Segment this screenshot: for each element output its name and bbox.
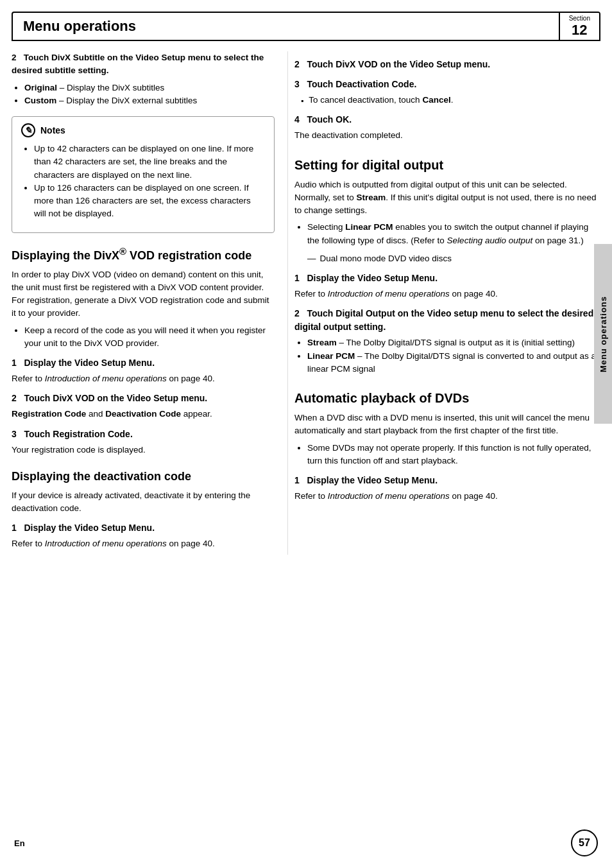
digital-output-bullets: Selecting Linear PCM enables you to swit… xyxy=(307,221,600,247)
page-footer: En 57 xyxy=(0,829,612,856)
divx-vod-bullet: Keep a record of the code as you will ne… xyxy=(24,324,275,351)
linear-pcm-bullet2: Linear PCM – The Dolby Digital/DTS signa… xyxy=(307,350,600,376)
divx-vod-bullet-list: Keep a record of the code as you will ne… xyxy=(24,324,275,351)
notes-icon: ✎ xyxy=(21,123,35,137)
deactivation-heading: Displaying the deactivation code xyxy=(12,468,275,485)
digital-step1-heading: 1 Display the Video Setup Menu. xyxy=(294,272,600,285)
right-step3-heading: 3 Touch Deactivation Code. xyxy=(294,78,600,91)
page-title: Menu operations xyxy=(13,13,559,40)
note-item-2: Up to 126 characters can be displayed on… xyxy=(34,182,265,221)
footer-lang: En xyxy=(14,838,25,848)
divx-step1-heading: 1 Display the Video Setup Menu. xyxy=(12,356,275,370)
left-column: 2 Touch DivX Subtitle on the Video Setup… xyxy=(12,51,287,555)
step2-subtitle-section: 2 Touch DivX Subtitle on the Video Setup… xyxy=(12,51,275,107)
auto-playback-section: Automatic playback of DVDs When a DVD di… xyxy=(294,388,600,503)
auto-step1-heading: 1 Display the Video Setup Menu. xyxy=(294,474,600,487)
right-step4-text: The deactivation completed. xyxy=(294,129,600,142)
notes-list: Up to 42 characters can be displayed on … xyxy=(34,143,265,221)
footer-page-number: 57 xyxy=(571,829,598,856)
divx-vod-intro: In order to play DivX VOD (video on dema… xyxy=(12,268,275,320)
main-content: 2 Touch DivX Subtitle on the Video Setup… xyxy=(12,41,600,565)
subtitle-bullets: Original – Display the DivX subtitles Cu… xyxy=(24,82,275,108)
divx-step2-text: Registration Code and Deactivation Code … xyxy=(12,408,275,421)
divx-step3-text: Your registration code is displayed. xyxy=(12,444,275,456)
notes-box: ✎ Notes Up to 42 characters can be displ… xyxy=(12,116,275,233)
deactivation-step1-text: Refer to Introduction of menu operations… xyxy=(12,537,275,550)
sidebar-tab: Menu operations xyxy=(594,244,612,424)
divx-vod-section: Displaying the DivX® VOD registration co… xyxy=(12,245,275,456)
right-step2-heading: 2 Touch DivX VOD on the Video Setup menu… xyxy=(294,58,600,71)
deactivation-intro: If your device is already activated, dea… xyxy=(12,489,275,516)
auto-playback-heading: Automatic playback of DVDs xyxy=(294,388,600,408)
divx-step3-heading: 3 Touch Registration Code. xyxy=(12,428,275,441)
right-step4-heading: 4 Touch OK. xyxy=(294,113,600,126)
notes-title: ✎ Notes xyxy=(21,123,265,137)
right-divx-vod-step2: 2 Touch DivX VOD on the Video Setup menu… xyxy=(294,58,600,71)
divx-vod-heading: Displaying the DivX® VOD registration co… xyxy=(12,245,275,265)
deactivation-section: Displaying the deactivation code If your… xyxy=(12,468,275,551)
divx-step2-heading: 2 Touch DivX VOD on the Video Setup menu… xyxy=(12,392,275,405)
right-column: 2 Touch DivX VOD on the Video Setup menu… xyxy=(287,51,600,555)
step3-bullet: To cancel deactivation, touch Cancel. xyxy=(301,94,600,107)
note-item-1: Up to 42 characters can be displayed on … xyxy=(34,143,265,182)
right-step4-section: 4 Touch OK. The deactivation completed. xyxy=(294,113,600,142)
digital-step1-text: Refer to Introduction of menu operations… xyxy=(294,288,600,300)
auto-playback-bullets: Some DVDs may not operate properly. If t… xyxy=(307,442,600,468)
digital-output-heading: Setting for digital output xyxy=(294,155,600,175)
digital-output-intro: Audio which is outputted from digital ou… xyxy=(294,178,600,218)
right-step3-section: 3 Touch Deactivation Code. To cancel dea… xyxy=(294,78,600,107)
step2-subtitle-heading: 2 Touch DivX Subtitle on the Video Setup… xyxy=(12,51,275,78)
auto-step1-text: Refer to Introduction of menu operations… xyxy=(294,490,600,503)
auto-playback-intro: When a DVD disc with a DVD menu is inser… xyxy=(294,412,600,438)
page-header: Menu operations Section 12 xyxy=(12,12,600,41)
section-badge: Section 12 xyxy=(559,13,599,40)
dash-dual-mono: Dual mono mode DVD video discs xyxy=(307,252,600,265)
divx-step1-text: Refer to Introduction of menu operations… xyxy=(12,372,275,385)
digital-output-section: Setting for digital output Audio which i… xyxy=(294,155,600,376)
digital-step2-bullets: Stream – The Dolby Digital/DTS signal is… xyxy=(307,336,600,376)
auto-playback-bullet: Some DVDs may not operate properly. If t… xyxy=(307,442,600,468)
deactivation-step1-heading: 1 Display the Video Setup Menu. xyxy=(12,521,275,535)
linear-pcm-bullet: Selecting Linear PCM enables you to swit… xyxy=(307,221,600,247)
digital-step2-heading: 2 Touch Digital Output on the Video setu… xyxy=(294,307,600,334)
stream-bullet: Stream – The Dolby Digital/DTS signal is… xyxy=(307,336,600,349)
bullet-custom: Custom – Display the DivX external subti… xyxy=(24,94,275,107)
bullet-original: Original – Display the DivX subtitles xyxy=(24,82,275,94)
